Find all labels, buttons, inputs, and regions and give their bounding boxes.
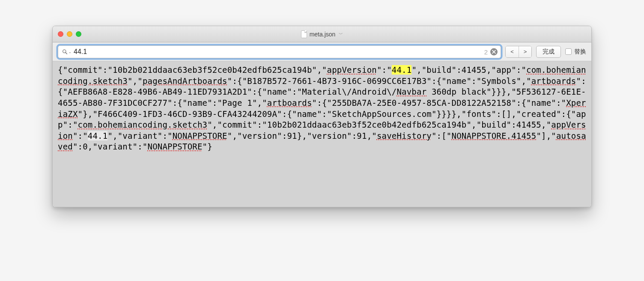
text-run: "," xyxy=(128,76,143,86)
text-run: Navbar xyxy=(397,87,426,96)
text-run: artboards xyxy=(267,98,312,108)
find-previous-button[interactable]: < xyxy=(506,46,519,57)
minimize-button[interactable] xyxy=(67,31,72,37)
text-run: saveHistory xyxy=(377,131,432,140)
text-run: {"commit":"10b2b021ddaac63eb3f52ce0b42ed… xyxy=(58,65,327,75)
replace-checkbox[interactable] xyxy=(565,48,572,55)
search-right-adornment: 2 xyxy=(484,48,498,55)
search-options-chevron-icon: ⌄ xyxy=(69,50,72,54)
text-run: NONAPPSTORE xyxy=(148,142,203,151)
clear-search-button[interactable] xyxy=(490,48,498,55)
text-run: ":[" xyxy=(432,131,452,140)
text-run: ","variant":" xyxy=(107,131,172,140)
text-run: appVersion xyxy=(327,65,377,75)
close-button[interactable] xyxy=(58,31,63,37)
text-run: NONAPPSTORE.41455 xyxy=(452,131,537,140)
document-icon xyxy=(301,30,307,38)
text-run: "]," xyxy=(536,131,556,140)
text-run: ":" xyxy=(377,65,392,75)
svg-line-1 xyxy=(66,52,67,54)
text-run: artboards xyxy=(531,76,576,86)
text-run: ":{"B187B572-7661-4B73-916C-0699CC6E17B3… xyxy=(227,76,531,86)
replace-toggle-group[interactable]: 替换 xyxy=(565,48,586,56)
text-run: pagesAndArtboards xyxy=(143,76,227,86)
text-run: ","version":91},"version":91," xyxy=(227,131,377,140)
search-input[interactable] xyxy=(58,45,501,58)
search-field-wrapper: ⌄ 2 xyxy=(58,45,501,58)
text-run: "} xyxy=(203,142,212,151)
text-run: ","commit":"10b2b021ddaac63eb3f52ce0b42e… xyxy=(207,120,551,129)
title-center: meta.json ﹀ xyxy=(53,30,591,38)
text-run: ":0,"variant":" xyxy=(73,142,148,151)
text-run: ","build":41455,"app":" xyxy=(411,65,526,75)
chevron-down-icon: ﹀ xyxy=(339,31,343,37)
search-match: 44.1 xyxy=(392,65,412,75)
search-icon xyxy=(62,49,68,54)
search-left-adornment[interactable]: ⌄ xyxy=(62,49,72,54)
document-title-group[interactable]: meta.json ﹀ xyxy=(301,30,343,38)
text-run: NONAPPSTORE xyxy=(173,131,227,140)
done-button[interactable]: 完成 xyxy=(536,46,561,58)
document-content[interactable]: {"commit":"10b2b021ddaac63eb3f52ce0b42ed… xyxy=(53,61,591,207)
text-run: ":{"255DBA7A-25E0-4957-85CA-DD8122A52158… xyxy=(312,98,566,108)
titlebar: meta.json ﹀ xyxy=(53,26,591,42)
window-controls xyxy=(58,31,81,37)
editor-window: meta.json ﹀ ⌄ 2 xyxy=(52,26,592,207)
x-icon xyxy=(492,50,496,54)
zoom-button[interactable] xyxy=(76,31,81,37)
replace-label: 替换 xyxy=(574,48,586,56)
prev-next-group: < > xyxy=(505,46,532,58)
result-count: 2 xyxy=(484,48,488,55)
find-bar: ⌄ 2 < > 完成 替换 xyxy=(53,42,591,61)
text-run: com.bohemiancoding.sketch3 xyxy=(78,120,208,129)
text-run: ":" xyxy=(73,131,88,140)
document-title: meta.json xyxy=(310,31,336,38)
find-next-button[interactable]: > xyxy=(519,46,531,57)
search-match: 44.1 xyxy=(88,131,108,140)
